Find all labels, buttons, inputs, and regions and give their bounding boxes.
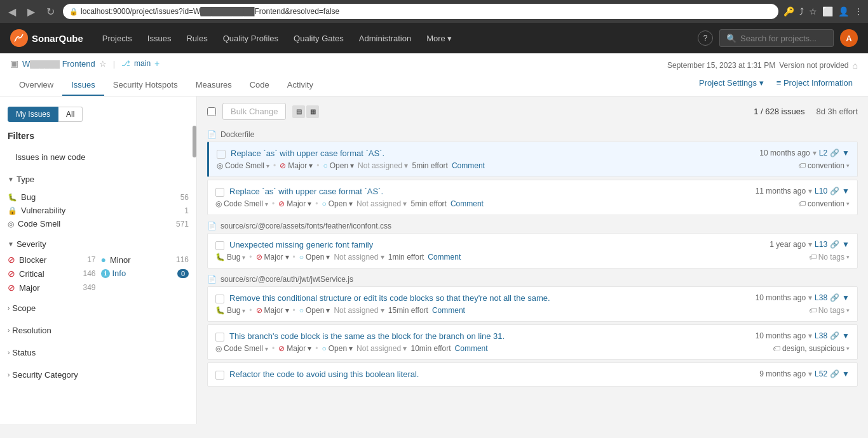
issue-4-severity[interactable]: ⊘ Major ▾ <box>256 306 289 315</box>
status-section-header[interactable]: › Status <box>8 344 189 361</box>
reload-button[interactable]: ↻ <box>43 4 58 19</box>
filter-vulnerability[interactable]: 🔒 Vulnerability 1 <box>8 204 189 217</box>
issue-1-filter-icon[interactable]: ▼ <box>842 149 850 157</box>
filter-bug[interactable]: 🐛 Bug 56 <box>8 190 189 204</box>
issue-3-status[interactable]: ○ Open ▾ <box>299 253 330 262</box>
issue-2-link-icon[interactable]: 🔗 <box>830 187 839 196</box>
layout-icon-1[interactable]: ▤ <box>292 105 305 118</box>
issue-5-checkbox[interactable] <box>215 333 224 342</box>
issue-4-assignee[interactable]: Not assigned ▾ <box>334 306 384 315</box>
issue-5-status[interactable]: ○ Open ▾ <box>322 344 353 353</box>
nav-more[interactable]: More ▾ <box>420 31 458 46</box>
issue-6-link-icon[interactable]: 🔗 <box>830 369 839 378</box>
nav-administration[interactable]: Administration <box>353 31 417 46</box>
resolution-section-header[interactable]: › Resolution <box>8 322 189 339</box>
issue-3-comment[interactable]: Comment <box>428 253 461 262</box>
issue-4-line[interactable]: L38 <box>815 293 827 302</box>
issue-6-checkbox[interactable] <box>215 371 224 380</box>
issue-2-title[interactable]: Replace `as` with upper case format `AS`… <box>229 187 750 196</box>
help-button[interactable]: ? <box>698 30 713 46</box>
issue-1-line[interactable]: L2 <box>819 149 827 157</box>
issue-1-type[interactable]: ◎ Code Smell ▾ <box>217 161 269 170</box>
issue-1-comment[interactable]: Comment <box>452 161 485 170</box>
issue-3-checkbox[interactable] <box>215 241 224 250</box>
issue-1-checkbox[interactable] <box>217 150 226 159</box>
issue-3-filter-icon[interactable]: ▼ <box>842 240 850 249</box>
tab-issues[interactable]: Issues <box>62 75 104 96</box>
nav-issues[interactable]: Issues <box>141 31 178 46</box>
issue-4-checkbox[interactable] <box>215 295 224 303</box>
nav-quality-gates[interactable]: Quality Gates <box>287 31 350 46</box>
project-settings-button[interactable]: Project Settings ▾ <box>694 76 769 90</box>
nav-projects[interactable]: Projects <box>96 31 139 46</box>
issue-3-title[interactable]: Unexpected missing generic font family <box>229 240 764 249</box>
issue-5-comment[interactable]: Comment <box>455 344 488 353</box>
issue-1-assignee[interactable]: Not assigned ▾ <box>358 161 408 170</box>
issue-3-assignee[interactable]: Not assigned ▾ <box>334 253 384 262</box>
star-icon[interactable]: ☆ <box>809 6 817 17</box>
issue-2-comment[interactable]: Comment <box>451 199 484 208</box>
add-branch-icon[interactable]: + <box>154 58 159 69</box>
filter-minor[interactable]: ● Minor 116 <box>101 253 189 267</box>
bulk-change-button[interactable]: Bulk Change <box>222 103 286 120</box>
menu-icon[interactable]: ⋮ <box>854 6 863 17</box>
issue-4-filter-icon[interactable]: ▼ <box>842 293 850 302</box>
filter-major[interactable]: ⊘ Major 349 <box>8 281 96 295</box>
project-info-button[interactable]: ≡ Project Information <box>771 76 858 90</box>
issue-5-title[interactable]: This branch's code block is the same as … <box>229 331 750 341</box>
scope-section-header[interactable]: › Scope <box>8 300 189 317</box>
select-all-checkbox[interactable] <box>207 107 216 116</box>
nav-quality-profiles[interactable]: Quality Profiles <box>217 31 285 46</box>
issue-6-line[interactable]: L52 <box>815 369 827 378</box>
issue-2-line[interactable]: L10 <box>815 187 827 196</box>
issue-2-type[interactable]: ◎ Code Smell ▾ <box>215 199 268 208</box>
user-avatar[interactable]: A <box>840 29 858 47</box>
issue-2-checkbox[interactable] <box>215 188 224 197</box>
filter-critical[interactable]: ⊘ Critical 146 <box>8 267 96 281</box>
issue-4-title[interactable]: Remove this conditional structure or edi… <box>229 293 750 303</box>
issue-3-type[interactable]: 🐛 Bug ▾ <box>215 253 245 262</box>
issue-2-filter-icon[interactable]: ▼ <box>842 187 850 196</box>
severity-section-header[interactable]: ▼ Severity <box>8 236 189 253</box>
issue-2-severity[interactable]: ⊘ Major ▾ <box>278 199 311 208</box>
tab-security-hotspots[interactable]: Security Hotspots <box>104 75 187 96</box>
issue-4-status[interactable]: ○ Open ▾ <box>299 306 330 315</box>
issue-5-severity[interactable]: ⊘ Major ▾ <box>278 344 311 353</box>
issue-1-status[interactable]: ○ Open ▾ <box>323 161 354 170</box>
filter-blocker[interactable]: ⊘ Blocker 17 <box>8 253 96 267</box>
my-issues-button[interactable]: My Issues <box>8 107 58 122</box>
new-code-label[interactable]: Issues in new code <box>8 149 189 166</box>
issue-5-filter-icon[interactable]: ▼ <box>842 331 850 340</box>
issue-4-link-icon[interactable]: 🔗 <box>830 293 839 302</box>
home-icon[interactable]: ⌂ <box>853 60 858 70</box>
search-box[interactable]: 🔍 Search for projects... <box>719 29 834 47</box>
project-name[interactable]: W██████ Frontend <box>22 59 95 69</box>
issue-5-assignee[interactable]: Not assigned ▾ <box>356 344 407 353</box>
app-logo[interactable]: SonarQube <box>10 29 83 47</box>
filter-info[interactable]: ℹ Info 0 <box>101 267 189 280</box>
issue-4-comment[interactable]: Comment <box>432 306 465 315</box>
nav-rules[interactable]: Rules <box>180 31 214 46</box>
back-button[interactable]: ◀ <box>5 4 19 19</box>
issue-6-filter-icon[interactable]: ▼ <box>842 369 850 378</box>
address-bar[interactable]: 🔒 localhost:9000/project/issues?id=W████… <box>63 4 778 19</box>
tab-code[interactable]: Code <box>241 75 278 96</box>
issue-2-status[interactable]: ○ Open ▾ <box>322 199 353 208</box>
issue-2-assignee[interactable]: Not assigned ▾ <box>356 199 407 208</box>
favorite-star[interactable]: ☆ <box>99 59 107 69</box>
layout-icon-2[interactable]: ▦ <box>306 105 319 118</box>
issue-1-title[interactable]: Replace `as` with upper case format `AS`… <box>231 149 754 158</box>
issue-5-type[interactable]: ◎ Code Smell ▾ <box>215 344 268 353</box>
filter-code-smell[interactable]: ◎ Code Smell 571 <box>8 217 189 230</box>
issue-5-line[interactable]: L38 <box>815 331 827 340</box>
issue-5-link-icon[interactable]: 🔗 <box>830 331 839 340</box>
branch-name[interactable]: main <box>134 59 151 68</box>
tab-measures[interactable]: Measures <box>187 75 241 96</box>
issue-3-link-icon[interactable]: 🔗 <box>830 240 839 249</box>
issue-3-severity[interactable]: ⊘ Major ▾ <box>256 253 289 262</box>
forward-button[interactable]: ▶ <box>24 4 38 19</box>
type-section-header[interactable]: ▼ Type <box>8 171 189 188</box>
tab-overview[interactable]: Overview <box>10 75 62 96</box>
security-section-header[interactable]: › Security Category <box>8 366 189 383</box>
issue-1-link-icon[interactable]: 🔗 <box>830 149 839 157</box>
